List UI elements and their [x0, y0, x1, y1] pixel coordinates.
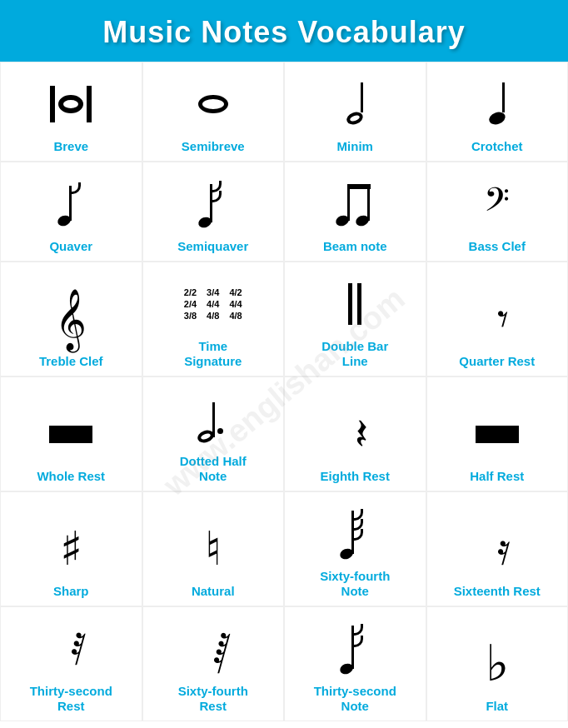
list-item: Double BarLine	[284, 262, 426, 376]
list-item: Semibreve	[142, 62, 285, 162]
timesig-symbol: 2/23/44/2 2/44/44/4 3/84/84/8	[184, 287, 242, 322]
list-item: Beam note	[284, 162, 426, 262]
list-item: 𝄽 Eighth Rest	[284, 376, 426, 491]
item-label: TimeSignature	[184, 339, 242, 369]
item-label: Sharp	[53, 584, 89, 599]
list-item: Semiquaver	[142, 162, 285, 262]
trebleclef-symbol: 𝄞	[55, 292, 87, 346]
list-item: 𝄾 Quarter Rest	[426, 262, 569, 376]
wholerest-symbol	[46, 413, 96, 455]
semibreve-symbol	[198, 95, 228, 113]
breve-symbol	[50, 86, 92, 122]
list-item: Whole Rest	[0, 376, 142, 491]
item-label: Sixty-fourthRest	[178, 684, 248, 714]
list-item: Quaver	[0, 162, 142, 262]
item-label: Sixty-fourthNote	[320, 569, 390, 599]
item-label: Eighth Rest	[321, 469, 390, 484]
item-label: Minim	[337, 139, 373, 154]
item-label: Crotchet	[471, 139, 523, 154]
sixty4note-symbol	[336, 506, 373, 562]
item-label: Dotted HalfNote	[180, 454, 247, 484]
music-grid: www.englishan.com Breve Semibreve Min	[0, 62, 568, 721]
bassclef-symbol: 𝄢	[484, 184, 510, 224]
quaver-symbol	[54, 179, 87, 229]
sharp-symbol: ♯	[60, 526, 82, 572]
item-label: Quarter Rest	[459, 354, 535, 369]
item-label: Flat	[486, 699, 508, 714]
natural-symbol: ♮	[205, 526, 222, 572]
crotchet-symbol	[489, 84, 506, 124]
list-item: Half Rest	[426, 376, 569, 491]
list-item: 𝄢 Bass Clef	[426, 162, 569, 262]
dottedhalfnote-symbol	[196, 392, 231, 446]
list-item: ♯ Sharp	[0, 491, 142, 606]
item-label: Thirty-secondNote	[314, 684, 396, 714]
list-item: Crotchet	[426, 62, 569, 162]
item-label: Bass Clef	[469, 239, 526, 254]
list-item: Sixty-fourthNote	[284, 491, 426, 606]
item-label: Half Rest	[470, 469, 524, 484]
list-item: 𝄿 Sixteenth Rest	[426, 491, 569, 606]
page-title: Music Notes Vocabulary	[8, 15, 560, 50]
item-label: Breve	[53, 139, 88, 154]
doublebar-symbol	[348, 283, 361, 325]
item-label: Double BarLine	[321, 339, 388, 369]
list-item: 𝅀 Thirty-secondRest	[0, 606, 142, 721]
list-item: 𝄞 Treble Clef	[0, 262, 142, 376]
list-item: 2/23/44/2 2/44/44/4 3/84/84/8 TimeSignat…	[142, 262, 285, 376]
flat-symbol: ♭	[486, 639, 509, 689]
item-label: Treble Clef	[39, 354, 103, 369]
list-item: 𝅁 Sixty-fourthRest	[142, 606, 285, 721]
item-label: Beam note	[323, 239, 387, 254]
item-label: Semiquaver	[177, 239, 248, 254]
minim-symbol	[346, 84, 363, 124]
item-label: Semibreve	[182, 139, 245, 154]
halfrest-symbol	[472, 413, 522, 455]
list-item: Minim	[284, 62, 426, 162]
item-label: Quaver	[49, 239, 92, 254]
header: Music Notes Vocabulary	[0, 0, 568, 62]
list-item: ♮ Natural	[142, 491, 285, 606]
item-label: Whole Rest	[37, 469, 105, 484]
thirtysecondnote-symbol	[336, 621, 373, 677]
list-item: Thirty-secondNote	[284, 606, 426, 721]
semiquaver-symbol	[195, 177, 232, 231]
item-label: Thirty-secondRest	[30, 684, 112, 714]
item-label: Natural	[192, 584, 235, 599]
list-item: Dotted HalfNote	[142, 376, 285, 491]
item-label: Sixteenth Rest	[454, 584, 541, 599]
list-item: ♭ Flat	[426, 606, 569, 721]
list-item: Breve	[0, 62, 142, 162]
beamnote-symbol	[332, 179, 377, 229]
